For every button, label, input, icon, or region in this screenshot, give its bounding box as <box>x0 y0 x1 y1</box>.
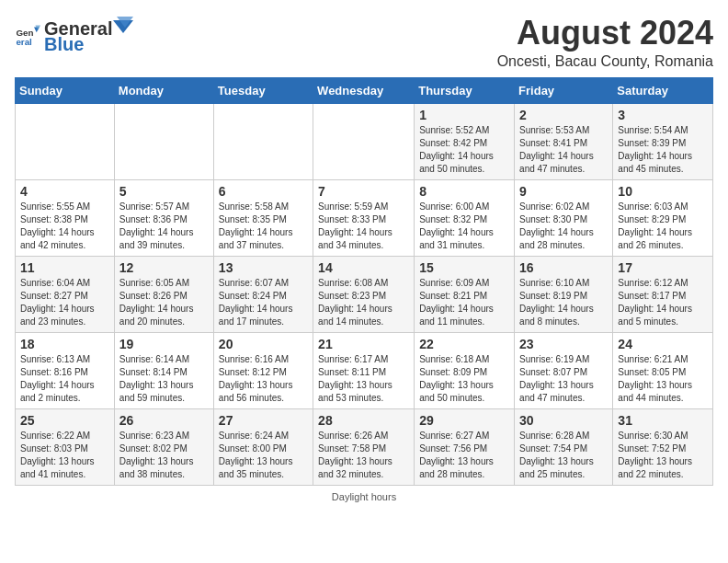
day-number: 3 <box>618 108 708 122</box>
calendar-week-row: 18Sunrise: 6:13 AM Sunset: 8:16 PM Dayli… <box>16 332 713 408</box>
calendar-week-row: 25Sunrise: 6:22 AM Sunset: 8:03 PM Dayli… <box>16 408 713 485</box>
day-info: Sunrise: 5:57 AM Sunset: 8:36 PM Dayligh… <box>119 201 209 252</box>
day-info: Sunrise: 5:59 AM Sunset: 8:33 PM Dayligh… <box>318 201 409 252</box>
calendar-cell: 24Sunrise: 6:21 AM Sunset: 8:05 PM Dayli… <box>613 332 713 408</box>
calendar-week-row: 1Sunrise: 5:52 AM Sunset: 8:42 PM Daylig… <box>16 103 713 179</box>
page-header: Gen eral General Blue August 2024 Oncest… <box>15 15 713 70</box>
day-info: Sunrise: 6:14 AM Sunset: 8:14 PM Dayligh… <box>119 353 209 405</box>
day-info: Sunrise: 6:17 AM Sunset: 8:11 PM Dayligh… <box>318 353 409 405</box>
day-number: 7 <box>318 184 409 199</box>
calendar-cell: 1Sunrise: 5:52 AM Sunset: 8:42 PM Daylig… <box>415 103 515 179</box>
calendar-cell: 19Sunrise: 6:14 AM Sunset: 8:14 PM Dayli… <box>114 332 213 408</box>
calendar-cell <box>313 103 415 179</box>
logo-icon: Gen eral <box>15 22 40 48</box>
day-number: 9 <box>519 184 608 199</box>
title-block: August 2024 Oncesti, Bacau County, Roman… <box>497 15 713 70</box>
svg-text:eral: eral <box>16 37 32 47</box>
day-info: Sunrise: 6:22 AM Sunset: 8:03 PM Dayligh… <box>20 430 109 481</box>
calendar-cell: 17Sunrise: 6:12 AM Sunset: 8:17 PM Dayli… <box>613 256 713 332</box>
day-info: Sunrise: 6:05 AM Sunset: 8:26 PM Dayligh… <box>119 277 209 328</box>
day-number: 4 <box>20 184 109 199</box>
day-number: 14 <box>318 260 409 275</box>
calendar-day-header: Thursday <box>415 77 515 103</box>
day-info: Sunrise: 6:07 AM Sunset: 8:24 PM Dayligh… <box>219 277 308 328</box>
day-info: Sunrise: 6:13 AM Sunset: 8:16 PM Dayligh… <box>20 353 109 405</box>
day-number: 23 <box>519 337 608 351</box>
day-info: Sunrise: 6:12 AM Sunset: 8:17 PM Dayligh… <box>618 277 708 328</box>
calendar-cell: 8Sunrise: 6:00 AM Sunset: 8:32 PM Daylig… <box>415 179 515 256</box>
day-info: Sunrise: 6:10 AM Sunset: 8:19 PM Dayligh… <box>519 277 608 328</box>
day-info: Sunrise: 6:08 AM Sunset: 8:23 PM Dayligh… <box>318 277 409 328</box>
day-number: 5 <box>119 184 209 199</box>
daylight-hours-label: Daylight hours <box>332 491 396 502</box>
day-number: 21 <box>318 337 409 351</box>
day-number: 24 <box>618 337 708 351</box>
calendar-table: SundayMondayTuesdayWednesdayThursdayFrid… <box>15 77 713 486</box>
day-number: 1 <box>419 108 509 122</box>
calendar-cell: 15Sunrise: 6:09 AM Sunset: 8:21 PM Dayli… <box>415 256 515 332</box>
day-number: 13 <box>219 260 308 275</box>
day-number: 16 <box>519 260 608 275</box>
calendar-cell: 6Sunrise: 5:58 AM Sunset: 8:35 PM Daylig… <box>213 179 313 256</box>
calendar-cell: 29Sunrise: 6:27 AM Sunset: 7:56 PM Dayli… <box>415 408 515 485</box>
calendar-week-row: 11Sunrise: 6:04 AM Sunset: 8:27 PM Dayli… <box>16 256 713 332</box>
day-number: 25 <box>20 413 109 428</box>
calendar-cell: 27Sunrise: 6:24 AM Sunset: 8:00 PM Dayli… <box>213 408 313 485</box>
calendar-cell: 28Sunrise: 6:26 AM Sunset: 7:58 PM Dayli… <box>313 408 415 485</box>
calendar-cell <box>16 103 115 179</box>
calendar-cell: 30Sunrise: 6:28 AM Sunset: 7:54 PM Dayli… <box>515 408 613 485</box>
calendar-day-header: Sunday <box>16 77 115 103</box>
day-number: 8 <box>419 184 509 199</box>
logo-arrow-icon <box>113 15 133 35</box>
calendar-cell: 22Sunrise: 6:18 AM Sunset: 8:09 PM Dayli… <box>415 332 515 408</box>
calendar-day-header: Wednesday <box>313 77 415 103</box>
day-info: Sunrise: 6:02 AM Sunset: 8:30 PM Dayligh… <box>519 201 608 252</box>
day-info: Sunrise: 6:19 AM Sunset: 8:07 PM Dayligh… <box>519 353 608 405</box>
calendar-cell: 26Sunrise: 6:23 AM Sunset: 8:02 PM Dayli… <box>114 408 213 485</box>
day-number: 31 <box>618 413 708 428</box>
calendar-cell <box>114 103 213 179</box>
calendar-day-header: Monday <box>114 77 213 103</box>
calendar-week-row: 4Sunrise: 5:55 AM Sunset: 8:38 PM Daylig… <box>16 179 713 256</box>
calendar-cell: 25Sunrise: 6:22 AM Sunset: 8:03 PM Dayli… <box>16 408 115 485</box>
calendar-cell: 20Sunrise: 6:16 AM Sunset: 8:12 PM Dayli… <box>213 332 313 408</box>
calendar-cell: 16Sunrise: 6:10 AM Sunset: 8:19 PM Dayli… <box>515 256 613 332</box>
location-subtitle: Oncesti, Bacau County, Romania <box>497 53 713 70</box>
day-info: Sunrise: 6:18 AM Sunset: 8:09 PM Dayligh… <box>419 353 509 405</box>
day-number: 12 <box>119 260 209 275</box>
day-info: Sunrise: 5:52 AM Sunset: 8:42 PM Dayligh… <box>419 124 509 176</box>
calendar-cell: 11Sunrise: 6:04 AM Sunset: 8:27 PM Dayli… <box>16 256 115 332</box>
day-info: Sunrise: 6:27 AM Sunset: 7:56 PM Dayligh… <box>419 430 509 481</box>
calendar-cell: 5Sunrise: 5:57 AM Sunset: 8:36 PM Daylig… <box>114 179 213 256</box>
day-info: Sunrise: 5:58 AM Sunset: 8:35 PM Dayligh… <box>219 201 308 252</box>
calendar-cell: 2Sunrise: 5:53 AM Sunset: 8:41 PM Daylig… <box>515 103 613 179</box>
calendar-day-header: Saturday <box>613 77 713 103</box>
day-info: Sunrise: 5:55 AM Sunset: 8:38 PM Dayligh… <box>20 201 109 252</box>
calendar-cell: 21Sunrise: 6:17 AM Sunset: 8:11 PM Dayli… <box>313 332 415 408</box>
calendar-cell: 18Sunrise: 6:13 AM Sunset: 8:16 PM Dayli… <box>16 332 115 408</box>
calendar-day-header: Friday <box>515 77 613 103</box>
day-number: 19 <box>119 337 209 351</box>
day-number: 30 <box>519 413 608 428</box>
calendar-cell: 13Sunrise: 6:07 AM Sunset: 8:24 PM Dayli… <box>213 256 313 332</box>
day-number: 22 <box>419 337 509 351</box>
day-number: 10 <box>618 184 708 199</box>
calendar-cell: 31Sunrise: 6:30 AM Sunset: 7:52 PM Dayli… <box>613 408 713 485</box>
day-info: Sunrise: 6:30 AM Sunset: 7:52 PM Dayligh… <box>618 430 708 481</box>
day-number: 27 <box>219 413 308 428</box>
day-number: 26 <box>119 413 209 428</box>
calendar-cell: 14Sunrise: 6:08 AM Sunset: 8:23 PM Dayli… <box>313 256 415 332</box>
day-number: 15 <box>419 260 509 275</box>
day-number: 11 <box>20 260 109 275</box>
day-info: Sunrise: 6:23 AM Sunset: 8:02 PM Dayligh… <box>119 430 209 481</box>
day-number: 18 <box>20 337 109 351</box>
day-number: 28 <box>318 413 409 428</box>
calendar-cell: 4Sunrise: 5:55 AM Sunset: 8:38 PM Daylig… <box>16 179 115 256</box>
calendar-day-header: Tuesday <box>213 77 313 103</box>
day-info: Sunrise: 6:24 AM Sunset: 8:00 PM Dayligh… <box>219 430 308 481</box>
day-number: 17 <box>618 260 708 275</box>
footer-note: Daylight hours <box>15 491 713 502</box>
day-info: Sunrise: 6:21 AM Sunset: 8:05 PM Dayligh… <box>618 353 708 405</box>
logo-text: General Blue <box>44 15 133 55</box>
day-info: Sunrise: 6:04 AM Sunset: 8:27 PM Dayligh… <box>20 277 109 328</box>
